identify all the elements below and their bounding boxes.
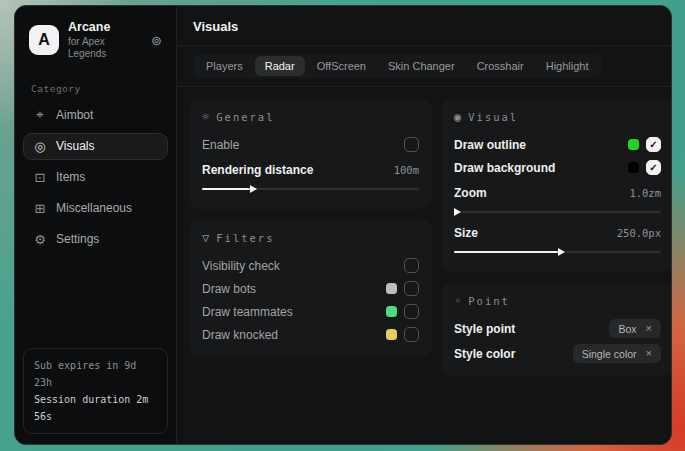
sidebar-item-aimbot[interactable]: ⌖ Aimbot [23, 102, 168, 129]
size-label: Size [454, 226, 478, 240]
sidebar-item-items[interactable]: ⊡ Items [23, 164, 168, 191]
style-color-value: Single color [582, 348, 637, 360]
style-color-select[interactable]: Single color × [573, 344, 661, 363]
zoom-slider[interactable] [454, 207, 661, 217]
session-info-box: Sub expires in 9d 23h Session duration 2… [23, 348, 168, 434]
draw-background-checkbox[interactable]: ✓ [646, 160, 661, 175]
style-point-label: Style point [454, 322, 515, 336]
rendering-distance-value: 100m [394, 164, 419, 176]
size-slider[interactable] [454, 247, 661, 257]
style-color-row: Style color Single color × [454, 342, 661, 365]
sidebar-item-label: Settings [56, 232, 99, 246]
slider-thumb[interactable] [558, 248, 565, 256]
draw-outline-checkbox[interactable]: ✓ [646, 137, 661, 152]
tabs-row: Players Radar OffScreen Skin Changer Cro… [177, 46, 672, 87]
visibility-check-checkbox[interactable]: ✓ [404, 258, 419, 273]
dot-icon: ◦ [454, 294, 461, 308]
zoom-value: 1.0zm [629, 187, 661, 199]
sidebar-nav: ⌖ Aimbot ◎ Visuals ⊡ Items ⊞ Miscellaneo… [23, 102, 168, 253]
size-value: 250.0px [617, 227, 661, 239]
zoom-label: Zoom [454, 186, 487, 200]
tab-players[interactable]: Players [196, 56, 253, 76]
tab-crosshair[interactable]: Crosshair [467, 56, 534, 76]
session-duration-text: Session duration 2m 56s [34, 391, 157, 425]
draw-background-label: Draw background [454, 161, 555, 175]
content-area: ☼ General Enable ✓ Rendering distance 10… [177, 87, 672, 444]
card-title: Point [468, 295, 510, 307]
draw-knocked-label: Draw knocked [202, 328, 278, 342]
brand-header: A Arcane for Apex Legends ⊚ [23, 16, 168, 73]
sidebar-item-label: Aimbot [56, 108, 93, 122]
sidebar: A Arcane for Apex Legends ⊚ Category ⌖ A… [15, 6, 177, 444]
color-swatch[interactable] [628, 162, 639, 173]
brand-name: Arcane [68, 20, 142, 36]
general-card: ☼ General Enable ✓ Rendering distance 10… [189, 99, 432, 209]
style-point-select[interactable]: Box × [609, 319, 661, 338]
zoom-row: Zoom 1.0zm [454, 181, 661, 204]
color-swatch[interactable] [386, 306, 397, 317]
remove-icon[interactable]: × [646, 348, 652, 359]
check-icon: ✓ [649, 163, 657, 173]
draw-knocked-row: Draw knocked ✓ [202, 323, 419, 346]
funnel-icon: ▽ [202, 231, 209, 245]
visibility-check-label: Visibility check [202, 259, 280, 273]
draw-bots-row: Draw bots ✓ [202, 277, 419, 300]
sub-expires-text: Sub expires in 9d 23h [34, 357, 157, 391]
draw-outline-label: Draw outline [454, 138, 526, 152]
box-icon: ⊡ [33, 170, 47, 185]
color-swatch[interactable] [628, 139, 639, 150]
visual-card: ◉ Visual Draw outline ✓ Draw back [441, 99, 672, 272]
draw-knocked-checkbox[interactable]: ✓ [404, 327, 419, 342]
card-title: Filters [216, 232, 274, 244]
page-title: Visuals [193, 19, 670, 34]
rendering-distance-label: Rendering distance [202, 163, 313, 177]
sidebar-item-label: Miscellaneous [56, 201, 132, 215]
tab-offscreen[interactable]: OffScreen [307, 56, 376, 76]
draw-teammates-label: Draw teammates [202, 305, 293, 319]
page-header: Visuals [177, 6, 672, 46]
sidebar-item-visuals[interactable]: ◎ Visuals [23, 133, 168, 160]
radar-scan-icon: ◎ [33, 139, 47, 154]
style-color-label: Style color [454, 347, 515, 361]
sidebar-item-miscellaneous[interactable]: ⊞ Miscellaneous [23, 195, 168, 222]
style-point-value: Box [618, 323, 636, 335]
main-panel: Visuals Players Radar OffScreen Skin Cha… [177, 6, 672, 444]
enable-checkbox[interactable]: ✓ [404, 137, 419, 152]
rendering-distance-slider[interactable] [202, 184, 419, 194]
category-label: Category [23, 73, 168, 102]
draw-teammates-checkbox[interactable]: ✓ [404, 304, 419, 319]
card-title: Visual [468, 111, 518, 123]
tab-highlight[interactable]: Highlight [536, 56, 599, 76]
sidebar-item-label: Items [56, 170, 85, 184]
tab-skin-changer[interactable]: Skin Changer [378, 56, 465, 76]
check-icon: ✓ [649, 140, 657, 150]
sun-icon: ☼ [202, 110, 209, 124]
rendering-distance-row: Rendering distance 100m [202, 158, 419, 181]
color-swatch[interactable] [386, 329, 397, 340]
draw-bots-label: Draw bots [202, 282, 256, 296]
sidebar-item-settings[interactable]: ⚙ Settings [23, 226, 168, 253]
brand-subtitle: for Apex Legends [68, 36, 142, 61]
point-card: ◦ Point Style point Box × Style color S [441, 283, 672, 376]
target-icon[interactable]: ⊚ [151, 33, 162, 48]
enable-row: Enable ✓ [202, 133, 419, 156]
color-swatch[interactable] [386, 283, 397, 294]
visibility-check-row: Visibility check ✓ [202, 254, 419, 277]
crosshair-icon: ⌖ [33, 107, 47, 123]
grid-icon: ⊞ [33, 201, 47, 216]
draw-outline-row: Draw outline ✓ [454, 133, 661, 156]
eye-icon: ◉ [454, 110, 461, 124]
slider-thumb[interactable] [250, 185, 257, 193]
tab-bar: Players Radar OffScreen Skin Changer Cro… [193, 54, 602, 78]
brand-logo: A [29, 25, 59, 55]
gear-icon: ⚙ [33, 232, 47, 247]
enable-label: Enable [202, 138, 239, 152]
slider-thumb[interactable] [454, 208, 461, 216]
draw-background-row: Draw background ✓ [454, 156, 661, 179]
remove-icon[interactable]: × [646, 323, 652, 334]
draw-teammates-row: Draw teammates ✓ [202, 300, 419, 323]
tab-radar[interactable]: Radar [255, 56, 305, 76]
sidebar-item-label: Visuals [56, 139, 94, 153]
style-point-row: Style point Box × [454, 317, 661, 340]
draw-bots-checkbox[interactable]: ✓ [404, 281, 419, 296]
